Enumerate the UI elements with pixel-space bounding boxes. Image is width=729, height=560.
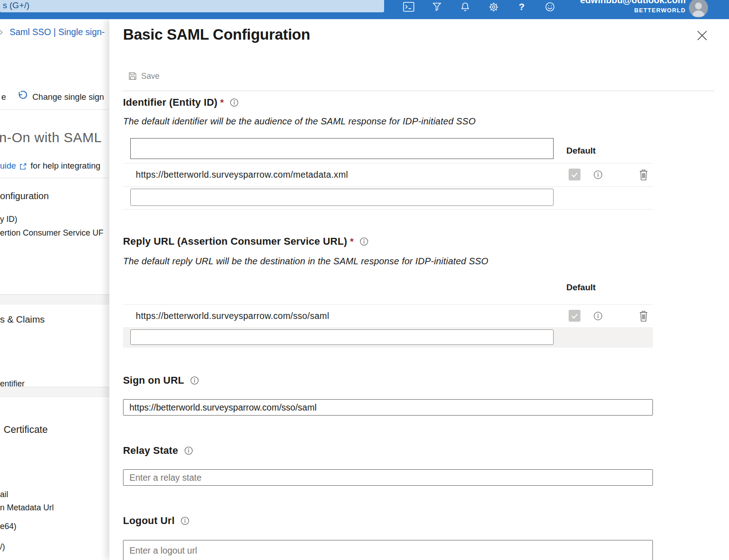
help-icon: ? bbox=[519, 1, 525, 12]
panel-title: Basic SAML Configuration bbox=[123, 26, 310, 43]
account-email[interactable]: edwinbbu@outlook.com bbox=[580, 0, 686, 5]
gear-icon bbox=[488, 1, 499, 13]
external-link-icon bbox=[19, 163, 27, 170]
close-button[interactable] bbox=[697, 30, 708, 42]
filter-icon bbox=[431, 1, 442, 12]
info-icon[interactable] bbox=[593, 311, 603, 321]
identifier-description: The default identifier will be the audie… bbox=[123, 116, 476, 127]
save-label: Save bbox=[141, 72, 159, 81]
identifier-input-new-top[interactable] bbox=[130, 138, 554, 159]
divider bbox=[0, 109, 109, 110]
delete-row-button[interactable] bbox=[638, 310, 649, 322]
notifications-button[interactable] bbox=[451, 0, 479, 14]
logout-url-input[interactable] bbox=[123, 540, 653, 560]
identifier-section-header: Identifier (Entity ID) * bbox=[123, 97, 239, 108]
logout-url-section-header: Logout Url bbox=[123, 515, 190, 527]
guide-link[interactable]: uide bbox=[0, 161, 16, 171]
background-page: Saml SSO | Single sign- e Change single … bbox=[0, 19, 109, 560]
page-heading-fragment: n-On with SAML bbox=[0, 130, 102, 145]
feedback-button[interactable] bbox=[536, 0, 564, 14]
identifier-input-new[interactable] bbox=[130, 189, 554, 206]
required-asterisk: * bbox=[220, 98, 224, 108]
directory-filter-button[interactable] bbox=[423, 0, 451, 14]
divider bbox=[123, 209, 653, 210]
field-fragment: ail bbox=[0, 490, 8, 499]
toolbar-fragment: e bbox=[1, 92, 6, 102]
reply-url-default-checkbox[interactable] bbox=[569, 310, 580, 322]
save-button[interactable]: Save bbox=[128, 70, 159, 82]
search-text: s (G+/) bbox=[3, 0, 30, 10]
guide-text: for help integrating bbox=[31, 161, 100, 171]
breadcrumb[interactable]: Saml SSO | Single sign- bbox=[10, 27, 105, 37]
trash-icon bbox=[638, 310, 649, 322]
required-asterisk: * bbox=[350, 236, 354, 247]
save-icon bbox=[128, 72, 137, 80]
card-gap bbox=[0, 387, 109, 397]
info-icon[interactable] bbox=[593, 170, 603, 180]
undo-icon bbox=[16, 90, 28, 101]
reply-url-description: The default reply URL will be the destin… bbox=[123, 256, 488, 267]
card-title-fragment: Certificate bbox=[4, 424, 48, 436]
relay-state-input[interactable] bbox=[123, 469, 653, 486]
reply-url-label: Reply URL (Assertion Consumer Service UR… bbox=[123, 236, 347, 247]
help-button[interactable]: ? bbox=[508, 0, 536, 14]
check-icon bbox=[569, 169, 580, 180]
divider bbox=[123, 186, 653, 187]
azure-topbar: s (G+/) ? edwinbbu@outlook.com BETTERWOR… bbox=[0, 0, 729, 19]
divider bbox=[123, 91, 714, 91]
field-fragment: ertion Consumer Service UF bbox=[0, 228, 103, 238]
field-fragment: y ID) bbox=[0, 215, 17, 224]
info-icon[interactable] bbox=[359, 237, 369, 246]
reply-url-row-value: https://betterworld.surveysparrow.com/ss… bbox=[136, 311, 329, 321]
info-icon[interactable] bbox=[190, 376, 199, 385]
field-fragment: n Metadata Url bbox=[0, 503, 54, 513]
field-fragment: e64) bbox=[0, 522, 16, 531]
identifier-label: Identifier (Entity ID) bbox=[123, 97, 217, 108]
close-icon bbox=[697, 30, 708, 41]
reply-url-input-new[interactable] bbox=[130, 329, 554, 345]
divider bbox=[0, 178, 109, 178]
sign-on-url-label: Sign on URL bbox=[123, 375, 184, 386]
divider bbox=[123, 163, 653, 164]
divider bbox=[123, 304, 653, 305]
delete-row-button[interactable] bbox=[638, 169, 649, 181]
global-search-input[interactable]: s (G+/) bbox=[0, 0, 384, 12]
guide-row: uide for help integrating bbox=[0, 161, 100, 171]
sign-on-url-input[interactable] bbox=[123, 399, 653, 416]
change-sso-mode-button[interactable]: Change single sign bbox=[32, 92, 104, 102]
logout-url-label: Logout Url bbox=[123, 515, 175, 527]
info-icon[interactable] bbox=[180, 516, 190, 525]
trash-icon bbox=[638, 169, 649, 181]
cloud-shell-button[interactable] bbox=[395, 0, 423, 14]
card-title-fragment: s & Claims bbox=[0, 314, 45, 325]
default-column-header: Default bbox=[566, 283, 596, 293]
account-tenant: BETTERWORLD bbox=[634, 7, 686, 14]
identifier-default-checkbox[interactable] bbox=[569, 169, 580, 180]
breadcrumb-chevron-icon bbox=[0, 29, 3, 36]
card-gap bbox=[0, 294, 109, 304]
default-column-header: Default bbox=[566, 146, 596, 156]
bell-icon bbox=[460, 1, 471, 12]
person-icon bbox=[689, 0, 708, 17]
smiley-icon bbox=[544, 1, 555, 12]
relay-state-section-header: Relay State bbox=[123, 445, 193, 457]
card-title-fragment: onfiguration bbox=[0, 190, 49, 201]
field-fragment: /) bbox=[0, 542, 5, 552]
avatar[interactable] bbox=[689, 0, 708, 17]
sign-on-url-section-header: Sign on URL bbox=[123, 375, 199, 386]
info-icon[interactable] bbox=[184, 446, 193, 455]
cloud-shell-icon bbox=[403, 1, 415, 12]
relay-state-label: Relay State bbox=[123, 445, 178, 457]
settings-button[interactable] bbox=[479, 0, 508, 14]
info-icon[interactable] bbox=[230, 98, 239, 107]
identifier-row-value: https://betterworld.surveysparrow.com/me… bbox=[136, 170, 348, 180]
basic-saml-configuration-panel: Basic SAML Configuration Save Identifier… bbox=[109, 19, 729, 560]
check-icon bbox=[569, 310, 580, 322]
reply-url-section-header: Reply URL (Assertion Consumer Service UR… bbox=[123, 236, 369, 247]
